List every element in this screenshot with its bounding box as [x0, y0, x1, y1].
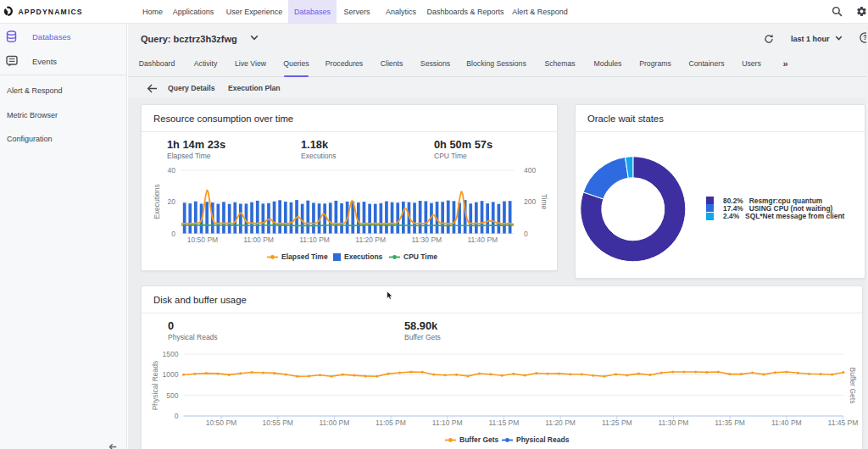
svg-text:Physical Reads: Physical Reads: [151, 361, 159, 411]
svg-text:0: 0: [171, 230, 175, 238]
svg-text:40: 40: [168, 166, 176, 175]
svg-text:0: 0: [524, 230, 528, 238]
svg-text:0: 0: [175, 412, 179, 420]
svg-text:Buffer Gets: Buffer Gets: [849, 368, 857, 404]
svg-text:Time: Time: [540, 194, 548, 210]
svg-text:1000: 1000: [163, 370, 179, 379]
svg-text:400: 400: [524, 166, 536, 175]
svg-text:200: 200: [524, 197, 536, 206]
svg-text:500: 500: [166, 391, 178, 400]
svg-text:Executions: Executions: [153, 184, 161, 219]
svg-text:20: 20: [168, 197, 176, 206]
svg-text:1500: 1500: [163, 350, 179, 358]
